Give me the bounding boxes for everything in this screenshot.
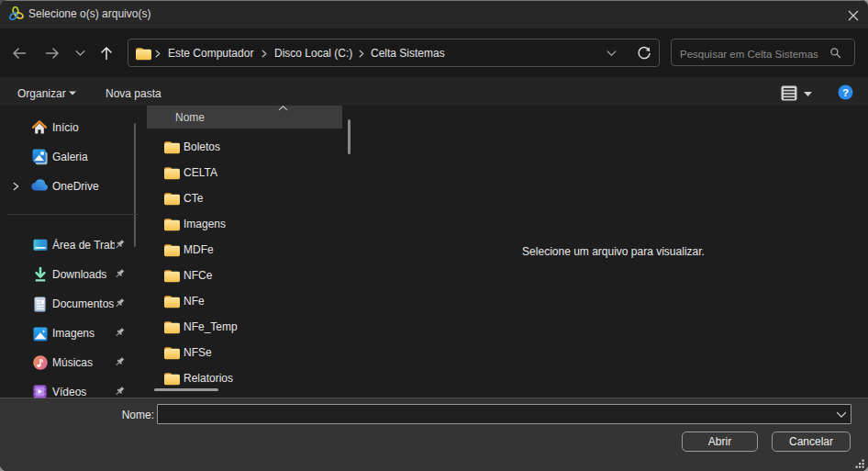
svg-text:?: ?	[842, 87, 849, 98]
